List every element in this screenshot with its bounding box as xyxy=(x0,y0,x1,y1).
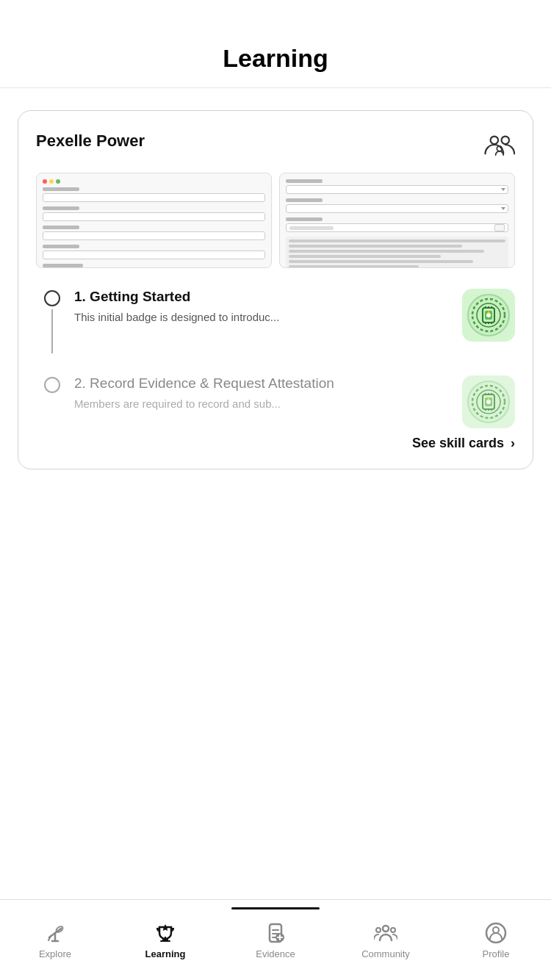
step-badge-1 xyxy=(462,289,515,342)
nav-item-learning[interactable]: Learning xyxy=(110,914,220,959)
badge-icon-2 xyxy=(467,380,511,424)
svg-point-44 xyxy=(391,928,395,932)
nav-item-community[interactable]: Community xyxy=(331,914,441,959)
telescope-icon xyxy=(43,921,67,945)
active-nav-indicator xyxy=(231,907,320,909)
svg-point-47 xyxy=(493,927,499,933)
step-content-1: 1. Getting Started This initial badge is… xyxy=(74,289,449,325)
step-content-2: 2. Record Evidence & Request Attestation… xyxy=(74,375,449,411)
svg-point-0 xyxy=(491,137,499,145)
steps-container: 1. Getting Started This initial badge is… xyxy=(36,289,515,428)
main-content: Pexelle Power xyxy=(0,88,551,491)
group-icon xyxy=(483,131,515,158)
badge-icon-1 xyxy=(467,293,511,337)
see-skill-cards-label: See skill cards xyxy=(412,436,504,450)
card-header: Pexelle Power xyxy=(36,131,515,158)
nav-label-evidence: Evidence xyxy=(256,948,295,959)
step-item-2[interactable]: 2. Record Evidence & Request Attestation… xyxy=(43,375,515,428)
step-circle-2 xyxy=(44,377,60,393)
svg-point-1 xyxy=(502,137,510,145)
step-indicator-2 xyxy=(43,377,61,393)
nav-label-profile: Profile xyxy=(483,948,510,959)
step-indicator-1 xyxy=(43,290,61,353)
chevron-right-icon: › xyxy=(511,436,515,450)
nav-item-profile[interactable]: Profile xyxy=(441,914,551,959)
bottom-nav: Explore Learning Evidence xyxy=(0,899,551,980)
step-circle-1 xyxy=(44,290,60,306)
svg-point-45 xyxy=(376,928,381,932)
nav-label-explore: Explore xyxy=(39,948,71,959)
nav-label-learning: Learning xyxy=(145,948,186,959)
nav-item-evidence[interactable]: Evidence xyxy=(220,914,331,959)
see-skill-cards-container: See skill cards › xyxy=(36,436,515,451)
community-icon xyxy=(374,921,397,945)
nav-item-explore[interactable]: Explore xyxy=(0,914,110,959)
profile-icon xyxy=(484,921,508,945)
see-skill-cards-link[interactable]: See skill cards › xyxy=(412,436,515,450)
nav-label-community: Community xyxy=(361,948,410,959)
preview-container xyxy=(36,173,515,268)
step-title-1: 1. Getting Started xyxy=(74,289,449,305)
pexelle-power-card: Pexelle Power xyxy=(18,110,533,469)
step-badge-2 xyxy=(462,375,515,428)
svg-marker-35 xyxy=(162,924,169,931)
step-desc-1: This initial badge is designed to introd… xyxy=(74,309,449,325)
step-title-2: 2. Record Evidence & Request Attestation xyxy=(74,375,449,392)
preview-image-right xyxy=(279,173,515,268)
step-desc-2: Members are required to record and sub..… xyxy=(74,396,449,411)
step-item-1[interactable]: 1. Getting Started This initial badge is… xyxy=(43,289,515,353)
step-line-1 xyxy=(51,309,53,353)
page-title: Learning xyxy=(0,44,551,73)
evidence-icon xyxy=(264,921,287,945)
page-header: Learning xyxy=(0,0,551,88)
learning-icon xyxy=(154,921,177,945)
preview-image-left xyxy=(36,173,272,268)
svg-point-43 xyxy=(383,926,389,932)
card-title: Pexelle Power xyxy=(36,131,145,151)
